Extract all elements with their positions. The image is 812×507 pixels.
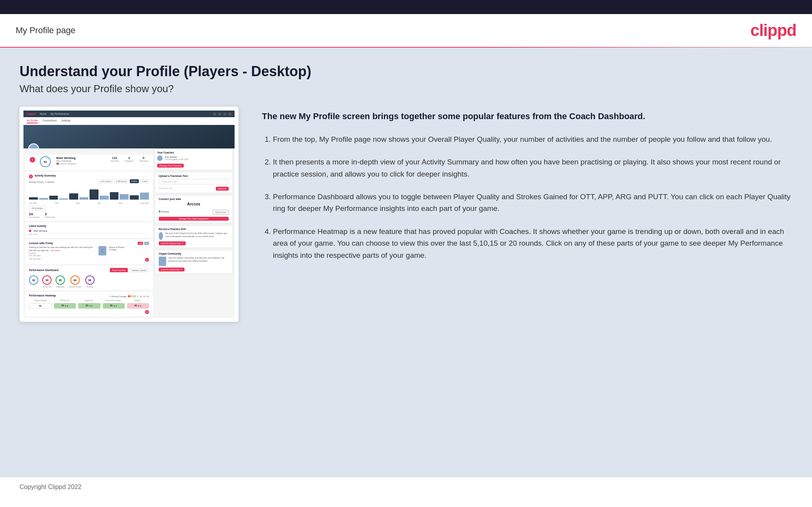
mock-coaches: Your Coaches Dan Davies Sunningdale Golf… [154, 148, 233, 170]
mock-profile-details: Blair McHarg Plus Handicap 🇬🇧 United Kin… [56, 156, 107, 165]
main-heading: Understand your Profile (Players - Deskt… [20, 63, 792, 80]
mock-latest-title: Latest Activity [29, 225, 149, 227]
mock-launch-community-btn[interactable]: Launch Community ↗ [159, 268, 185, 271]
mock-stat-followers-label: Followers [124, 160, 134, 162]
mock-activity-section: 2 Activity Summary Monthly Activity - 6 … [25, 172, 153, 221]
header: My Profile page clippd [0, 14, 812, 47]
mock-badge-3: 3 [145, 258, 149, 262]
mock-coach-club: Sunningdale Golf Club [165, 158, 188, 161]
mock-body: 1 92 Blair McHarg Plus Handicap 🇬🇧 Unite… [23, 148, 235, 318]
mock-lesson-footer: 01h 30 mins 3 [29, 258, 149, 262]
mock-bar-4 [59, 198, 68, 200]
mock-left-col: 1 92 Blair McHarg Plus Handicap 🇬🇧 Unite… [25, 148, 153, 316]
mock-right-col: Your Coaches Dan Davies Sunningdale Golf… [154, 148, 233, 316]
mock-subnav: My Profile Connections Settings [23, 117, 235, 125]
main-subheading: What does your Profile show you? [20, 83, 792, 95]
mock-heatmap-cell-ott: 90 ▲▲ [54, 303, 76, 309]
mock-ring-overall-circle: 92 [29, 275, 38, 285]
mock-chart-btn-oncourse: ● On-course [99, 179, 113, 183]
mock-add-link-btn[interactable]: Add Link [216, 187, 229, 191]
mock-heatmap: Performance Heatmap 5 Round Change: 5 10… [25, 292, 153, 316]
main-content: Understand your Profile (Players - Deskt… [0, 48, 812, 477]
mock-upload-footer: Trackman Link Add Link [159, 186, 229, 191]
mock-heatmap-badge-container: 4 [29, 310, 149, 314]
mock-bar-3 [49, 196, 58, 200]
mock-heatmap-cell-putt: 96 ▲▲ [127, 303, 149, 309]
mock-heatmap-10: 10 [139, 295, 142, 298]
mock-lesson-tag-ott: ott [144, 242, 149, 245]
mock-heatmap-cell-pq: 92 [29, 303, 52, 309]
feature-item-1: From the top, My Profile page now shows … [273, 134, 792, 145]
features-list: From the top, My Profile page now shows … [262, 134, 792, 261]
mock-navbar: clippd Home My Performance [23, 111, 235, 117]
mock-nav-icons [213, 112, 231, 116]
mock-lesson-header: Lesson with Fonty golf ott [29, 242, 149, 245]
mock-ring-ott-circle: 90 [42, 275, 52, 285]
text-content: The new My Profile screen brings togethe… [262, 107, 792, 272]
mock-upload-title: Upload a Trackman Test [159, 175, 229, 177]
mock-community-img [159, 257, 166, 266]
mock-badge-4: 4 [145, 310, 149, 314]
mock-stat-following: 5 Following [139, 156, 148, 162]
mock-lesson-text: Nothing to feel like my hips are working… [29, 246, 96, 252]
mock-chart-labels: Jan 2021 Feb Mar Apr May Aug 2021 [29, 202, 149, 204]
mock-trackman-placeholder: Trackman Link [159, 187, 173, 189]
mock-coaches-title: Your Coaches [157, 151, 230, 154]
mock-perf-rings: 92 90 Off the Tee 85 Approach [29, 275, 149, 288]
mock-activity-subtitle: Monthly Activity - 6 Months [29, 181, 54, 183]
mock-ring-putt-circle: 96 [85, 275, 95, 285]
mock-chart-label-6: Aug 2021 [140, 202, 149, 204]
mock-heatmap-cell-app: 85 ▲▲ [78, 303, 100, 309]
mock-launch-capture-btn[interactable]: Launch Capture App ↗ [159, 241, 186, 245]
mock-lesson-media: Videos & Photos 1 Image [109, 246, 149, 257]
mock-nav-icon-1 [213, 112, 216, 116]
mock-stat-activities-num: 131 [110, 156, 119, 160]
mock-subnav-profile: My Profile [27, 118, 38, 123]
mock-hero [23, 125, 235, 148]
mock-bar-2 [39, 198, 48, 200]
mock-disconnect-btn[interactable]: Disconnect [213, 210, 229, 214]
mock-stat-followers-num: 3 [124, 156, 134, 160]
mock-chart-btn-1yr: 1 year [140, 179, 149, 183]
mock-nav-icon-2 [218, 112, 221, 116]
mock-chart-label-3: Mar [76, 202, 80, 204]
mock-heatmap-controls: 5 Round Change: 5 10 15 20 [110, 295, 149, 298]
mock-trackman-input[interactable]: Trackman Link [159, 179, 229, 184]
mock-perf-toggles: Player Quality Strokes Gained [110, 268, 149, 272]
mock-stats: 131 Activities 3 Followers 5 Following [110, 156, 148, 162]
mock-off-course-num: 3 [45, 212, 56, 216]
mock-heatmap-15: 15 [143, 295, 145, 298]
mock-toggle-strokes: Strokes Gained [129, 268, 149, 272]
mock-manage-coaches-btn[interactable]: Manage Your Coaches [157, 164, 184, 168]
mockup-inner: clippd Home My Performance My Profile [23, 111, 235, 318]
mock-latest-item-1: Blair McHarg [29, 229, 149, 233]
mock-lesson-title: Lesson with Fonty [29, 242, 53, 245]
mock-badge-2: 2 [29, 175, 33, 179]
mock-stat-following-num: 5 [139, 156, 148, 160]
mock-flag: 🇬🇧 United Kingdom [56, 162, 107, 165]
mock-activity-controls: Monthly Activity - 6 Months ● On-course … [29, 179, 149, 184]
mock-lesson-image: 🏌️ [99, 246, 106, 255]
mock-latest-seemore: see more [29, 233, 149, 236]
mock-heatmap-5: 5 [137, 295, 138, 298]
mock-bar-6 [79, 197, 88, 200]
mock-coach-info: Dan Davies Sunningdale Golf Club [165, 156, 188, 161]
mock-latest-activity: Latest Activity Blair McHarg see more [25, 222, 153, 238]
mock-bar-7 [90, 189, 99, 200]
mock-badge-1: 1 [30, 157, 35, 162]
mock-stat-activities: 131 Activities [110, 156, 119, 162]
mock-bar-11 [130, 195, 139, 200]
mock-toggle-quality: Player Quality [110, 268, 128, 272]
mock-ring-arg: 86 Around Green [69, 275, 81, 288]
mock-ring-app: 85 Approach [56, 275, 65, 288]
mock-bar-1 [29, 197, 38, 200]
mock-manage-integrations-btn[interactable]: Manage Your Data Integrations [159, 217, 229, 221]
mock-heatmap-col-labels: Player Quality Off the Tee Approach Arou… [29, 299, 149, 302]
mock-heatmap-header: Performance Heatmap 5 Round Change: 5 10… [29, 294, 149, 298]
mock-chart-btn-5mths: 5 Mths [130, 179, 139, 183]
mock-lesson: Lesson with Fonty golf ott Nothing to fe… [25, 239, 153, 264]
mock-all-activities-btn: All Activities [29, 206, 149, 211]
mock-stat-following-label: Following [139, 160, 148, 162]
mock-activity-header: 2 Activity Summary [29, 174, 149, 179]
footer: Copyright Clippd 2022 [0, 477, 812, 497]
